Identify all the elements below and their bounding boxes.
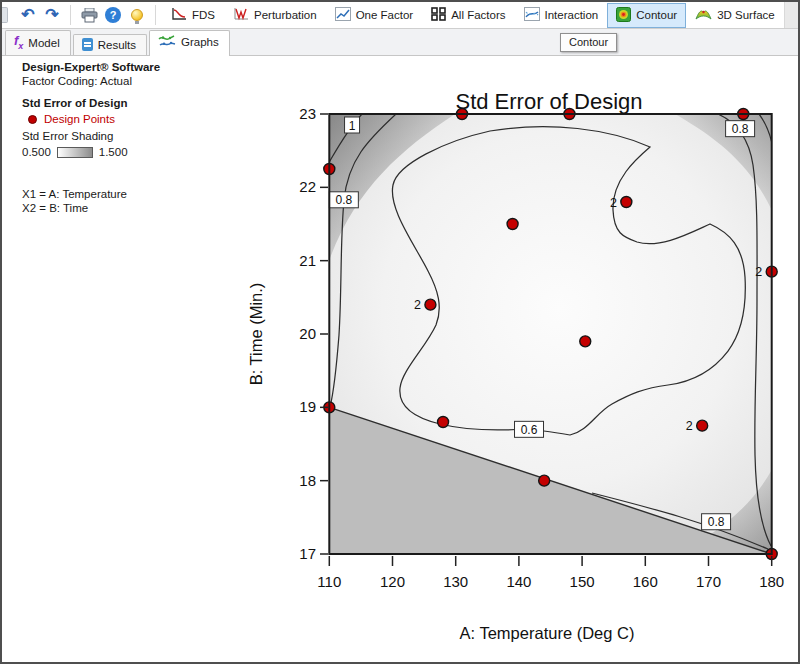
contour-label: 0.8 [732,122,749,136]
design-point-count: 2 [610,196,617,210]
toolbar-button-one-factor[interactable]: One Factor [326,3,423,27]
y-tick-label: 23 [299,105,316,122]
y-tick-label: 20 [299,325,316,342]
y-tick-label: 22 [299,178,316,195]
shading-scale: 0.500 1.500 [22,145,262,159]
toolbar-divider [70,5,71,25]
design-point[interactable] [539,475,550,486]
x-tick-label: 120 [380,573,405,590]
design-point[interactable] [425,299,436,310]
toolbar-button-all-factors[interactable]: All Factors [422,3,514,27]
shading-label: Std Error Shading [22,129,262,143]
contour-label: 1 [349,119,356,133]
toolbar-button-interaction[interactable]: Interaction [515,3,608,27]
y-tick-label: 18 [299,472,316,489]
document-icon [82,38,93,51]
response-name: Std Error of Design [22,96,262,110]
design-point[interactable] [580,336,591,347]
y-axis-ticks: 17181920212223 [299,105,328,562]
design-point-count: 2 [755,265,762,279]
y-tick-label: 19 [299,398,316,415]
factor-coding: Factor Coding: Actual [22,74,262,88]
y-tick-label: 17 [299,545,316,562]
contour-label: 0.6 [521,423,538,437]
x-tick-label: 150 [570,573,595,590]
undo-icon[interactable]: ↶ [18,5,38,25]
tips-icon[interactable] [127,5,147,25]
toolbar-button-fds[interactable]: FDS [162,3,224,27]
toolbar-button-3d-surface[interactable]: 3D Surface [686,3,784,27]
x-tick-label: 180 [759,573,784,590]
print-icon[interactable] [79,5,99,25]
toolbar-filler [784,2,798,28]
contour-tooltip: Contour [560,33,617,52]
design-point-swatch [28,115,37,124]
fx-icon: fx [14,34,23,51]
x-tick-label: 130 [443,573,468,590]
toolbar-button-perturbation[interactable]: Perturbation [224,3,326,27]
design-point[interactable] [697,420,708,431]
tab-model[interactable]: fx Model [5,30,71,55]
graphs-icon [158,34,176,50]
contour-label: 0.8 [335,193,352,207]
design-point[interactable] [438,417,449,428]
tab-results[interactable]: Results [73,34,147,55]
y-tick-label: 21 [299,252,316,269]
tab-graphs[interactable]: Graphs [149,30,230,56]
design-point-count: 2 [414,298,421,312]
x-tick-label: 160 [633,573,658,590]
toolbar-button-contour[interactable]: Contour [607,3,686,28]
design-points-legend: Design Points [28,112,262,126]
x2-assignment: X2 = B: Time [22,201,262,215]
contour-label: 0.8 [708,515,725,529]
interaction-icon [524,7,540,23]
x1-assignment: X1 = A: Temperature [22,187,262,201]
toolbar-divider [155,5,156,25]
design-point[interactable] [621,197,632,208]
view-tabs: fx Model Results Graphs [2,29,798,56]
x-axis-label: A: Temperature (Deg C) [460,624,635,642]
perturbation-icon [233,7,249,23]
app-window: ↶ ↷ ? FDS Perturbation One Factor All Fa… [0,0,800,664]
legend-panel: Design-Expert® Software Factor Coding: A… [22,60,262,215]
design-point[interactable] [507,219,518,230]
redo-icon[interactable]: ↷ [42,5,62,25]
main-toolbar: ↶ ↷ ? FDS Perturbation One Factor All Fa… [2,2,798,29]
contour-plot[interactable]: 10.80.80.60.8 2222 110120130140150160170… [240,85,800,664]
one-factor-icon [335,7,351,23]
design-point-count: 2 [686,419,693,433]
3d-surface-icon [695,7,712,23]
y-axis-label: B: Time (Min.) [247,283,265,386]
x-tick-label: 110 [317,573,341,590]
all-factors-icon [431,7,446,23]
x-tick-label: 140 [506,573,531,590]
clipboard-icon[interactable] [2,7,8,23]
chart-title: Std Error of Design [455,89,642,114]
help-icon[interactable]: ? [103,5,123,25]
shading-gradient-bar [57,147,93,158]
shading-min: 0.500 [22,145,51,159]
contour-icon [616,7,631,24]
shading-max: 1.500 [99,145,128,159]
x-axis-ticks: 110120130140150160170180 [317,556,784,590]
software-title: Design-Expert® Software [22,60,262,74]
x-tick-label: 170 [696,573,721,590]
fds-icon [171,7,187,23]
